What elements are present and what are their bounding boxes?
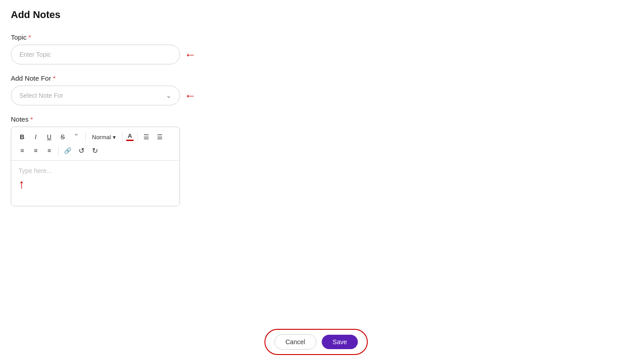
bold-button[interactable]: B <box>16 131 28 143</box>
page-title: Add Notes <box>11 9 341 21</box>
editor-toolbar: B I U S " Normal ▾ A ☰ <box>11 127 180 161</box>
note-for-arrow-indicator: ← <box>185 89 196 103</box>
ordered-list-button[interactable]: ☰ <box>140 131 153 143</box>
heading-label: Normal <box>92 134 111 141</box>
bottom-action-bar: Cancel Save <box>264 329 368 355</box>
toolbar-separator-2 <box>122 132 123 141</box>
italic-button[interactable]: I <box>29 131 42 143</box>
cancel-button[interactable]: Cancel <box>274 334 317 350</box>
save-button[interactable]: Save <box>322 335 358 349</box>
align-right-icon: ≡ <box>47 147 51 154</box>
align-right-button[interactable]: ≡ <box>43 144 55 157</box>
unordered-list-button[interactable]: ☰ <box>154 131 166 143</box>
topic-input-wrapper[interactable] <box>11 45 180 64</box>
text-color-button[interactable]: A <box>125 132 134 142</box>
topic-required-star: * <box>28 33 31 41</box>
editor-placeholder: Type here... <box>18 167 52 174</box>
align-left-icon: ≡ <box>20 147 24 154</box>
redo-icon: ↻ <box>92 146 98 155</box>
align-center-button[interactable]: ≡ <box>29 144 42 157</box>
add-note-for-field-group: Add Note For * Select Note For ⌄ ← <box>11 74 341 105</box>
toolbar-separator-3 <box>137 132 138 141</box>
up-arrow-indicator: ↑ <box>18 177 172 191</box>
undo-button[interactable]: ↺ <box>75 144 88 157</box>
align-center-icon: ≡ <box>34 147 37 154</box>
notes-field-group: Notes * B I U S " Normal ▾ A <box>11 115 341 206</box>
notes-required-star: * <box>30 115 33 123</box>
note-for-select[interactable]: Select Note For ⌄ <box>11 86 180 105</box>
ordered-list-icon: ☰ <box>143 133 149 141</box>
add-note-for-label: Add Note For * <box>11 74 341 82</box>
link-button[interactable]: 🔗 <box>61 144 74 157</box>
redo-button[interactable]: ↻ <box>88 144 101 157</box>
heading-dropdown[interactable]: Normal ▾ <box>88 131 120 143</box>
topic-arrow-indicator: ← <box>185 48 196 62</box>
topic-field-group: Topic * ← <box>11 33 341 64</box>
text-color-bar <box>126 140 134 141</box>
note-for-placeholder: Select Note For <box>19 92 63 99</box>
chevron-down-icon: ⌄ <box>166 92 171 99</box>
topic-label: Topic * <box>11 33 341 41</box>
underline-button[interactable]: U <box>43 131 55 143</box>
editor-content[interactable]: Type here... ↑ <box>11 161 180 206</box>
toolbar-separator-4 <box>58 146 59 155</box>
unordered-list-icon: ☰ <box>157 133 163 141</box>
quote-button[interactable]: " <box>70 131 83 143</box>
undo-icon: ↺ <box>78 146 84 155</box>
add-note-for-required-star: * <box>53 74 55 82</box>
heading-dropdown-arrow: ▾ <box>113 134 116 141</box>
toolbar-separator-1 <box>85 132 86 141</box>
notes-label: Notes * <box>11 115 341 123</box>
text-color-letter: A <box>128 133 132 139</box>
topic-input[interactable] <box>19 51 171 58</box>
notes-editor: B I U S " Normal ▾ A ☰ <box>11 127 180 206</box>
align-left-button[interactable]: ≡ <box>16 144 28 157</box>
link-icon: 🔗 <box>64 147 71 154</box>
strikethrough-button[interactable]: S <box>56 131 69 143</box>
quote-icon: " <box>75 133 78 141</box>
